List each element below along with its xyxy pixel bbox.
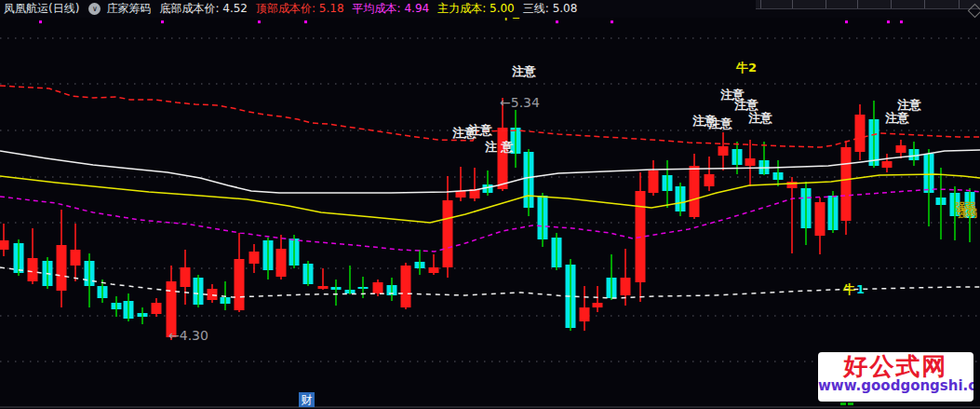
stock-chart-window: 注意注意注意注 意注意注意注意注意注意注意注意牛2牛2牛1强弱强弱←5.34←4…	[0, 0, 980, 409]
ruler-tick	[924, 0, 925, 8]
magenta-dot	[611, 20, 613, 23]
candle	[841, 147, 852, 221]
candle	[0, 240, 9, 250]
candle	[235, 259, 245, 310]
chevron-circle-icon[interactable]: ∨	[88, 3, 101, 15]
candle	[815, 202, 826, 236]
candle	[593, 303, 603, 307]
magenta-dot	[887, 20, 890, 23]
candle	[373, 282, 383, 293]
magenta-dot	[258, 20, 261, 23]
candle	[621, 278, 631, 295]
candle	[580, 307, 590, 321]
bottom-cost-readout: 底部成本价: 4.52	[159, 1, 248, 17]
candle	[429, 267, 439, 273]
top-ruler	[756, 0, 980, 9]
bottom-green-tick	[848, 402, 853, 405]
ruler-tick	[959, 0, 960, 8]
candle	[718, 146, 729, 156]
magenta-dot	[900, 20, 903, 23]
watermark-url: www.goodgongshi.com	[818, 378, 973, 394]
candle	[456, 191, 466, 198]
watermark: 好公式网 www.goodgongshi.com	[818, 352, 973, 402]
candle	[498, 128, 508, 189]
top-cost-readout: 顶部成本价: 5.18	[256, 1, 344, 17]
magenta-dot	[304, 20, 307, 23]
candle	[401, 266, 411, 307]
candle	[855, 115, 866, 152]
bottom-green-tick	[840, 402, 846, 405]
candle	[71, 250, 81, 266]
three-line-readout: 三线: 5.08	[523, 1, 578, 17]
avg-cost-readout: 平均成本: 4.94	[353, 1, 430, 17]
magenta-dot	[161, 20, 164, 23]
symbol-title: 凤凰航运(日线)	[4, 1, 79, 17]
candle	[705, 174, 715, 186]
candle	[882, 161, 893, 168]
candle	[167, 281, 177, 337]
magenta-dot	[556, 20, 558, 23]
main-cost-readout: 主力成本: 5.00	[437, 1, 515, 17]
candle	[276, 249, 287, 277]
candle	[181, 267, 191, 287]
three-line	[0, 150, 980, 193]
candle	[249, 252, 260, 264]
ruler-tick	[891, 0, 892, 8]
magenta-dot	[845, 20, 848, 23]
cai-label[interactable]: 财	[299, 392, 315, 407]
candle	[318, 286, 329, 289]
magenta-dot	[39, 20, 42, 23]
ruler-tick	[792, 0, 793, 8]
ruler-tick	[826, 0, 826, 8]
candle	[443, 200, 453, 267]
candlestick-chart[interactable]	[0, 0, 980, 409]
top-cost-line	[0, 86, 980, 147]
watermark-title: 好公式网	[818, 352, 973, 380]
bottom-cost-line	[0, 267, 980, 298]
candle	[28, 258, 38, 281]
candle	[152, 303, 162, 314]
indicator-name-label: 庄家筹码	[106, 1, 151, 17]
candle	[649, 170, 659, 193]
candle	[208, 289, 218, 300]
bottom-border	[0, 406, 980, 408]
candle	[745, 158, 756, 166]
candle	[57, 245, 67, 291]
candle	[896, 145, 906, 153]
ruler-tick	[857, 0, 858, 8]
ruler-tick	[760, 0, 761, 8]
candle	[690, 166, 700, 217]
